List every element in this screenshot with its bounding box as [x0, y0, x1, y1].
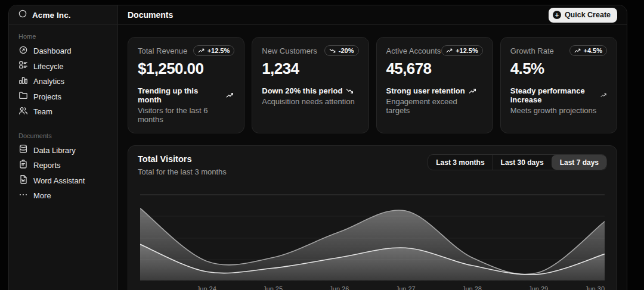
stat-card-footer-desc: Meets growth projections: [510, 106, 607, 115]
stat-card-footer-desc: Engagement exceed targets: [386, 97, 483, 115]
x-tick-label: Jun 28: [462, 285, 482, 290]
sidebar-item-analytics[interactable]: Analytics: [14, 74, 113, 89]
nav-group-label-home: Home: [14, 30, 113, 43]
stat-card-label: Total Revenue: [138, 45, 187, 55]
trend-badge: +12.5%: [193, 45, 235, 56]
dashboard-content: Total Revenue +12.5% $1,250.00 Trending …: [118, 25, 627, 290]
x-tick-label: Jun 30: [585, 285, 605, 290]
sidebar-item-label: Analytics: [33, 77, 64, 86]
x-tick-label: Jun 24: [197, 285, 216, 290]
total-visitors-chart-card: Total Visitors Total for the last 3 mont…: [128, 145, 617, 290]
trend-badge: -20%: [324, 45, 359, 56]
main-area: Documents + Quick Create Total Revenue +…: [118, 5, 627, 290]
sidebar-item-more[interactable]: More: [14, 188, 113, 204]
stat-card-label: New Customers: [262, 45, 317, 55]
stat-card-active-accounts: Active Accounts +12.5% 45,678 Strong use…: [376, 37, 493, 133]
trend-badge: +12.5%: [441, 45, 483, 56]
stat-card-footer-title: Strong user retention: [386, 86, 483, 95]
sidebar-item-label: Projects: [33, 92, 61, 101]
sidebar-item-projects[interactable]: Projects: [14, 89, 113, 105]
sidebar-item-data-library[interactable]: Data Library: [14, 143, 113, 158]
trending-down-icon: [329, 47, 336, 54]
users-icon: [18, 106, 28, 118]
stat-card-label: Active Accounts: [386, 45, 441, 55]
stat-card-growth-rate: Growth Rate +4.5% 4.5% Steady performanc…: [500, 37, 617, 133]
sidebar-item-label: Reports: [33, 161, 61, 170]
stat-card-total-revenue: Total Revenue +12.5% $1,250.00 Trending …: [128, 37, 244, 133]
tab-last-3-months[interactable]: Last 3 months: [428, 155, 492, 170]
folder-icon: [18, 91, 28, 102]
list-details-icon: [18, 60, 28, 72]
stat-card-footer-title: Steady performance increase: [510, 86, 607, 104]
trending-up-icon: [600, 91, 607, 99]
sidebar-item-reports[interactable]: Reports: [14, 158, 113, 173]
tab-last-7-days[interactable]: Last 7 days: [552, 155, 606, 170]
file-word-icon: [18, 174, 28, 186]
sidebar-item-label: Team: [33, 107, 52, 116]
sidebar-item-team[interactable]: Team: [14, 104, 113, 120]
x-tick-label: Jun 25: [263, 285, 283, 290]
gauge-icon: [18, 45, 28, 57]
tab-last-30-days[interactable]: Last 30 days: [493, 155, 552, 170]
sidebar-brand[interactable]: Acme Inc.: [9, 5, 117, 25]
stat-card-value: 1,234: [262, 60, 358, 78]
brand-name: Acme Inc.: [32, 11, 71, 20]
stat-card-footer-desc: Acquisition needs attention: [262, 97, 358, 106]
sidebar-item-label: Word Assistant: [33, 176, 85, 185]
chart-subtitle: Total for the last 3 months: [138, 167, 227, 176]
sidebar-item-word-assistant[interactable]: Word Assistant: [14, 173, 113, 189]
chart-range-tabs: Last 3 months Last 30 days Last 7 days: [428, 154, 607, 170]
x-axis-labels: Jun 24 Jun 25 Jun 26 Jun 27 Jun 28 Jun 2…: [140, 280, 605, 290]
trending-up-icon: [446, 47, 453, 54]
x-tick-label: Jun 27: [396, 285, 416, 290]
stat-card-footer-title: Trending up this month: [138, 86, 234, 104]
database-icon: [18, 144, 28, 156]
stat-card-label: Growth Rate: [510, 45, 554, 55]
stat-card-value: $1,250.00: [138, 60, 234, 78]
page-title: Documents: [128, 10, 173, 20]
circle-plus-icon: +: [553, 11, 561, 19]
trend-badge: +4.5%: [569, 45, 608, 56]
stat-card-footer-desc: Visitors for the last 6 months: [138, 106, 234, 124]
sidebar-item-label: Data Library: [33, 146, 76, 155]
chart-title: Total Visitors: [138, 154, 227, 164]
stat-card-footer-title: Down 20% this period: [262, 86, 358, 95]
clipboard-icon: [18, 160, 28, 171]
trending-up-icon: [226, 91, 234, 99]
app-window: Acme Inc. Home Dashboard Lifecycle A: [8, 5, 627, 290]
stat-card-value: 45,678: [386, 60, 483, 78]
stat-card-new-customers: New Customers -20% 1,234 Down 20% this p…: [252, 37, 369, 133]
x-tick-label: Jun 26: [329, 285, 349, 290]
ellipsis-icon: [18, 190, 28, 202]
trending-up-icon: [469, 87, 477, 95]
ring-icon: [18, 9, 27, 21]
area-chart-svg: [140, 192, 605, 280]
sidebar-item-dashboard[interactable]: Dashboard: [14, 43, 113, 59]
sidebar-item-label: More: [33, 191, 51, 200]
sidebar-item-lifecycle[interactable]: Lifecycle: [14, 59, 113, 74]
quick-create-button[interactable]: + Quick Create: [549, 8, 617, 23]
trending-up-icon: [574, 47, 581, 54]
stat-card-value: 4.5%: [510, 60, 607, 78]
sidebar-nav: Home Dashboard Lifecycle Analytics: [9, 25, 117, 209]
nav-group-label-documents: Documents: [14, 130, 113, 143]
sidebar: Acme Inc. Home Dashboard Lifecycle A: [9, 5, 118, 290]
trending-down-icon: [346, 87, 354, 95]
quick-create-label: Quick Create: [565, 11, 611, 19]
x-tick-label: Jun 29: [528, 285, 548, 290]
sidebar-item-label: Lifecycle: [33, 62, 64, 71]
sidebar-item-label: Dashboard: [33, 46, 72, 55]
bar-chart-icon: [18, 76, 28, 88]
page-header: Documents + Quick Create: [118, 5, 627, 25]
trending-up-icon: [198, 47, 205, 54]
stat-cards-row: Total Revenue +12.5% $1,250.00 Trending …: [128, 37, 617, 133]
visitors-area-chart: [140, 192, 605, 280]
